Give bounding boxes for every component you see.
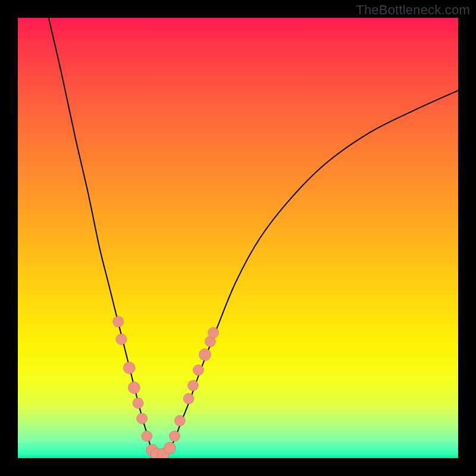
data-marker <box>142 431 152 441</box>
data-marker <box>128 382 140 394</box>
data-marker <box>188 380 199 391</box>
data-marker <box>123 362 135 374</box>
data-marker <box>116 334 127 345</box>
data-marker <box>199 349 211 361</box>
data-marker <box>113 317 124 327</box>
chart-svg <box>18 18 458 458</box>
data-marker <box>208 327 219 338</box>
plot-area <box>18 18 458 458</box>
data-marker <box>164 442 176 454</box>
data-marker <box>193 365 203 375</box>
data-marker <box>137 413 148 424</box>
curve-right-branch <box>163 90 458 455</box>
data-marker <box>133 398 143 409</box>
outer-frame: TheBottleneck.com <box>0 0 476 476</box>
data-marker <box>183 393 194 404</box>
marker-group <box>113 317 219 458</box>
data-marker <box>174 415 185 426</box>
watermark-text: TheBottleneck.com <box>356 2 470 18</box>
data-marker <box>169 431 180 441</box>
